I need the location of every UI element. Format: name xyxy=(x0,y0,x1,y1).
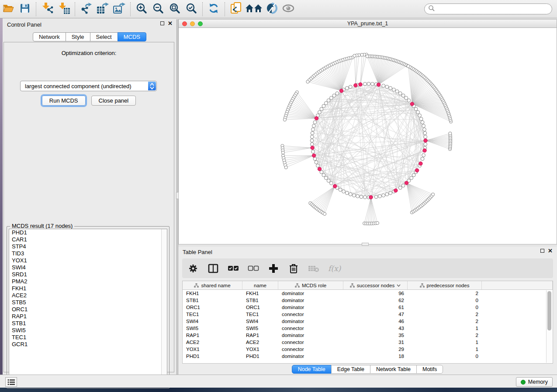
zoom-out-button[interactable] xyxy=(150,2,166,17)
tab-mcds[interactable]: MCDS xyxy=(118,32,146,41)
table-cell[interactable]: 29 xyxy=(343,347,408,352)
network-graph[interactable] xyxy=(179,28,557,244)
mcds-result-list[interactable]: PHD1CAR1STP4TID3YOX1SWI4SRD1PMA2FKH1ACE2… xyxy=(9,229,167,386)
delete-table-icon[interactable] xyxy=(308,263,319,274)
table-cell[interactable]: dominator xyxy=(278,298,343,303)
table-cell[interactable]: 31 xyxy=(343,340,408,345)
tab-network-table[interactable]: Network Table xyxy=(370,365,417,374)
maximize-window-icon[interactable] xyxy=(198,21,203,26)
table-cell[interactable]: connector xyxy=(278,326,343,331)
save-session-button[interactable] xyxy=(17,2,33,17)
node-table[interactable]: shared namenameMCDS rolesuccessor nodesp… xyxy=(182,281,553,364)
search-box[interactable] xyxy=(424,3,552,14)
mcds-result-item[interactable]: SWI4 xyxy=(9,264,167,271)
table-cell[interactable]: RAP1 xyxy=(183,333,242,338)
mcds-result-item[interactable]: ACE2 xyxy=(9,292,167,299)
table-cell[interactable]: connector xyxy=(278,340,343,345)
float-window-icon[interactable] xyxy=(160,21,164,25)
search-input[interactable] xyxy=(435,6,552,12)
table-cell[interactable]: connector xyxy=(278,347,343,352)
tab-node-table[interactable]: Node Table xyxy=(292,365,332,374)
close-panel-icon[interactable]: ✕ xyxy=(168,21,173,25)
table-cell[interactable]: 18 xyxy=(343,354,408,359)
table-row[interactable]: ORC1ORC1dominator610 xyxy=(183,304,553,311)
run-mcds-button[interactable]: Run MCDS xyxy=(42,96,86,106)
export-image-button[interactable] xyxy=(111,2,128,17)
table-cell[interactable]: 0 xyxy=(408,305,482,310)
mcds-result-item[interactable]: SWI5 xyxy=(9,327,167,334)
table-cell[interactable]: STB1 xyxy=(242,298,278,303)
network-view-canvas[interactable] xyxy=(179,28,557,244)
table-cell[interactable]: 2 xyxy=(408,312,482,317)
result-list-scrollbar[interactable] xyxy=(161,229,167,386)
refresh-button[interactable] xyxy=(205,2,222,17)
mcds-result-item[interactable]: TID3 xyxy=(9,250,167,257)
mcds-result-item[interactable]: PMA2 xyxy=(9,278,167,285)
table-row[interactable]: RAP1RAP1dominator352 xyxy=(183,332,553,339)
table-scrollbar-thumb[interactable] xyxy=(547,291,551,330)
preferred-layout-button[interactable] xyxy=(244,2,263,17)
import-table-button[interactable] xyxy=(55,2,72,17)
mcds-result-item[interactable]: TEC1 xyxy=(9,334,167,341)
show-hide-button[interactable] xyxy=(280,2,297,17)
tab-edge-table[interactable]: Edge Table xyxy=(331,365,370,374)
table-cell[interactable]: dominator xyxy=(278,291,343,296)
column-header-successor-nodes[interactable]: successor nodes xyxy=(343,281,408,289)
memory-button[interactable]: Memory xyxy=(516,377,553,387)
table-cell[interactable]: ACE2 xyxy=(242,340,278,345)
graphics-details-button[interactable] xyxy=(263,2,280,17)
table-row[interactable]: SWI5SWI5connector431 xyxy=(183,325,553,332)
table-cell[interactable]: TEC1 xyxy=(242,312,278,317)
table-cell[interactable]: 96 xyxy=(343,291,408,296)
table-cell[interactable]: ACE2 xyxy=(183,340,242,345)
table-cell[interactable]: 62 xyxy=(343,298,408,303)
task-history-button[interactable] xyxy=(5,377,17,387)
float-window-icon[interactable] xyxy=(540,249,544,253)
table-cell[interactable]: 35 xyxy=(343,333,408,338)
mcds-result-item[interactable]: PHD1 xyxy=(9,229,167,236)
close-panel-button[interactable]: Close panel xyxy=(91,96,136,106)
table-cell[interactable]: PHD1 xyxy=(183,354,242,359)
table-cell[interactable]: 0 xyxy=(408,354,482,359)
column-header-MCDS-role[interactable]: MCDS role xyxy=(278,281,343,289)
minimize-window-icon[interactable] xyxy=(190,21,195,26)
tab-select[interactable]: Select xyxy=(90,32,118,41)
table-cell[interactable]: 47 xyxy=(343,312,408,317)
export-table-button[interactable] xyxy=(94,2,111,17)
tab-style[interactable]: Style xyxy=(66,32,90,41)
network-window-titlebar[interactable]: YPA_prune.txt_1 xyxy=(179,20,557,28)
column-header-name[interactable]: name xyxy=(242,281,278,289)
table-cell[interactable]: TEC1 xyxy=(183,312,242,317)
clone-network-button[interactable] xyxy=(228,2,244,17)
tab-network[interactable]: Network xyxy=(33,32,66,41)
table-cell[interactable]: PHD1 xyxy=(242,354,278,359)
table-cell[interactable]: YOX1 xyxy=(183,347,242,352)
export-network-button[interactable] xyxy=(78,2,94,17)
optimization-criterion-select[interactable]: largest connected component (undirected) xyxy=(20,81,157,91)
mcds-result-item[interactable]: GCR1 xyxy=(9,341,167,348)
table-row[interactable]: SWI4SWI4dominator462 xyxy=(183,318,553,325)
zoom-fit-button[interactable] xyxy=(166,2,183,17)
table-cell[interactable]: 43 xyxy=(343,326,408,331)
table-cell[interactable]: 1 xyxy=(408,347,482,352)
table-row[interactable]: ACE2ACE2connector311 xyxy=(183,339,553,346)
mcds-result-item[interactable]: SRD1 xyxy=(9,271,167,278)
table-row[interactable]: YOX1YOX1connector291 xyxy=(183,346,553,353)
table-cell[interactable]: ORC1 xyxy=(183,305,242,310)
table-cell[interactable]: FKH1 xyxy=(183,291,242,296)
mcds-result-item[interactable]: STP4 xyxy=(9,243,167,250)
mcds-result-item[interactable]: STB1 xyxy=(9,320,167,327)
table-cell[interactable]: SWI5 xyxy=(242,326,278,331)
mcds-result-item[interactable]: RAP1 xyxy=(9,313,167,320)
table-cell[interactable]: dominator xyxy=(278,305,343,310)
mcds-result-item[interactable]: ORC1 xyxy=(9,306,167,313)
close-window-icon[interactable] xyxy=(182,21,187,26)
tab-motifs[interactable]: Motifs xyxy=(416,365,443,374)
table-cell[interactable]: SWI4 xyxy=(242,319,278,324)
table-cell[interactable]: FKH1 xyxy=(242,291,278,296)
mcds-result-item[interactable]: YOX1 xyxy=(9,257,167,264)
table-cell[interactable]: 2 xyxy=(408,319,482,324)
table-cell[interactable]: dominator xyxy=(278,333,343,338)
mcds-result-item[interactable]: STB5 xyxy=(9,299,167,306)
horizontal-splitter-handle[interactable] xyxy=(362,243,369,246)
